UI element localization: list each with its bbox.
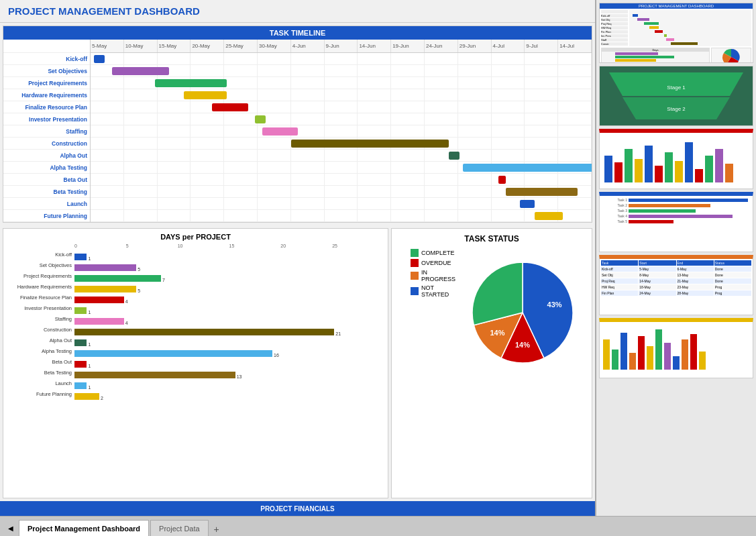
svg-rect-13: [665, 152, 673, 182]
gantt-chart: TASK TIMELINE Kick-off Set Objectives Pr…: [3, 25, 592, 223]
bar-row-5: Investor Presentation1: [7, 303, 384, 313]
left-panel: PROJECT MANAGEMENT DASHBOARD TASK TIMELI…: [0, 0, 595, 516]
gantt-row-5: [91, 113, 592, 125]
bar-row-7: Construction21: [7, 325, 384, 334]
gantt-label-0: Kick-off: [3, 53, 90, 65]
gantt-row-0: [91, 53, 592, 65]
svg-rect-16: [695, 169, 703, 182]
svg-rect-9: [625, 149, 633, 182]
gantt-row-4: [91, 101, 592, 113]
gantt-label-6: Staffing: [3, 125, 90, 138]
x-axis-row: 0510152025: [74, 244, 384, 248]
content-area: PROJECT MANAGEMENT DASHBOARD TASK TIMELI…: [0, 0, 756, 516]
svg-text:Stage 2: Stage 2: [667, 106, 686, 112]
svg-rect-26: [655, 329, 662, 370]
svg-rect-12: [655, 166, 663, 182]
bar-row-12: Launch1: [7, 378, 384, 388]
thumb1-header: PROJECT MANAGEMENT DASHBOARD: [600, 3, 753, 9]
gantt-label-11: Beta Testing: [3, 186, 90, 198]
pie-chart: 43%14%14%: [455, 249, 590, 370]
thumbnail-2[interactable]: Stage 1 Stage 2: [599, 66, 753, 126]
svg-text:Stage 1: Stage 1: [667, 85, 686, 91]
svg-rect-28: [673, 356, 680, 370]
status-legend: COMPLETEOVERDUEIN PROGRESSNOT STARTED: [411, 249, 455, 300]
thumb1-content: Kick-off Set Obj Proj Req HW Req Fin Pla…: [600, 9, 753, 63]
gantt-label-2: Project Requirements: [3, 77, 90, 89]
gantt-label-5: Investor Presentation: [3, 113, 90, 125]
task-status-section: TASK STATUS COMPLETEOVERDUEIN PROGRESSNO…: [391, 228, 592, 498]
gantt-label-header: [3, 40, 90, 53]
svg-rect-11: [645, 146, 653, 182]
svg-rect-21: [612, 350, 618, 370]
svg-rect-25: [647, 346, 653, 370]
gantt-body: Kick-off Set Objectives Project Requirem…: [3, 40, 592, 222]
svg-text:43%: 43%: [547, 301, 562, 309]
page-title: PROJECT MANAGEMENT DASHBOARD: [0, 0, 595, 23]
tab-dashboard[interactable]: Project Management Dashboard: [19, 520, 149, 536]
bar-row-9: Alpha Testing16: [7, 346, 384, 356]
svg-rect-29: [682, 339, 688, 370]
gantt-row-10: [91, 174, 592, 186]
gantt-row-6: [91, 125, 592, 138]
thumbnail-6[interactable]: [599, 318, 753, 378]
tab-arrow[interactable]: ◀: [5, 520, 16, 536]
bar-row-2: Project Requirements7: [7, 271, 384, 280]
gantt-label-13: Future Planning: [3, 210, 90, 222]
bar-row-10: Beta Out1: [7, 357, 384, 366]
tab-bar: ◀ Project Management Dashboard Project D…: [0, 516, 756, 536]
thumbnail-1[interactable]: PROJECT MANAGEMENT DASHBOARD Kick-off Se…: [599, 3, 753, 63]
days-chart: DAYS per PROJECT 0510152025 Kick-off1Set…: [3, 228, 388, 498]
svg-rect-19: [725, 164, 733, 182]
days-bars: Kick-off1Set Objectives5Project Requirem…: [7, 250, 384, 398]
gantt-rows-area: [91, 53, 592, 222]
bar-row-1: Set Objectives5: [7, 260, 384, 270]
thumbnail-5[interactable]: Task Start End Status Kick-off 5-May 6-M…: [599, 255, 753, 315]
svg-rect-20: [603, 339, 610, 370]
days-chart-title: DAYS per PROJECT: [7, 233, 384, 241]
svg-rect-10: [635, 159, 643, 182]
gantt-chart-area: 5-May10-May15-May20-May25-May30-May4-Jun…: [91, 40, 592, 222]
gantt-labels: Kick-off Set Objectives Project Requirem…: [3, 40, 91, 222]
bar-row-13: Future Planning2: [7, 389, 384, 398]
svg-text:14%: 14%: [515, 341, 530, 349]
bar-row-8: Alpha Out1: [7, 335, 384, 345]
gantt-header: TASK TIMELINE: [3, 26, 592, 40]
thumbnail-3[interactable]: [599, 129, 753, 189]
gantt-row-11: [91, 186, 592, 198]
financials-bar: PROJECT FINANCIALS: [0, 501, 595, 516]
svg-rect-17: [705, 156, 713, 182]
gantt-row-9: [91, 162, 592, 174]
svg-rect-15: [685, 142, 693, 182]
bar-row-0: Kick-off1: [7, 250, 384, 259]
gantt-row-13: [91, 210, 592, 222]
bottom-charts: DAYS per PROJECT 0510152025 Kick-off1Set…: [0, 225, 595, 501]
svg-text:14%: 14%: [490, 329, 504, 337]
thumbnail-4[interactable]: Task 1 Task 2 Task 3 Task 4: [599, 192, 753, 252]
task-status-title: TASK STATUS: [464, 234, 519, 244]
gantt-row-7: [91, 138, 592, 150]
main-container: PROJECT MANAGEMENT DASHBOARD TASK TIMELI…: [0, 0, 756, 536]
gantt-row-3: [91, 89, 592, 101]
gantt-row-1: [91, 65, 592, 77]
gantt-label-4: Finalize Resource Plan: [3, 101, 90, 113]
svg-rect-30: [690, 334, 697, 370]
gantt-label-10: Beta Out: [3, 174, 90, 186]
gantt-label-8: Alpha Out: [3, 150, 90, 162]
gantt-dates-row: 5-May10-May15-May20-May25-May30-May4-Jun…: [91, 40, 592, 53]
right-panel: PROJECT MANAGEMENT DASHBOARD Kick-off Se…: [595, 0, 756, 516]
bar-row-6: Staffing4: [7, 314, 384, 323]
svg-rect-14: [675, 161, 683, 182]
svg-rect-18: [715, 149, 723, 182]
gantt-label-3: Hardware Requirements: [3, 89, 90, 101]
svg-rect-22: [620, 333, 627, 370]
svg-rect-24: [638, 336, 645, 370]
tab-add-button[interactable]: +: [210, 523, 223, 536]
svg-rect-7: [604, 156, 612, 182]
gantt-label-9: Alpha Testing: [3, 162, 90, 174]
svg-rect-23: [629, 353, 636, 370]
gantt-row-2: [91, 77, 592, 89]
bar-row-4: Finalize Resource Plan4: [7, 292, 384, 302]
svg-rect-31: [699, 352, 706, 370]
tab-project-data[interactable]: Project Data: [150, 520, 209, 536]
gantt-label-7: Construction: [3, 138, 90, 150]
